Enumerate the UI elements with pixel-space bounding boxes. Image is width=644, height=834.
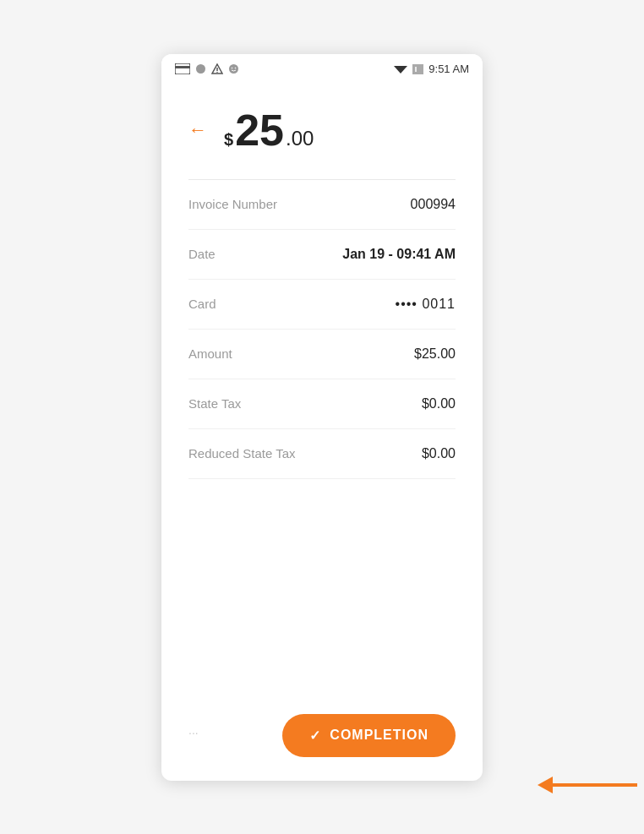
main-content: ← $ 25 .00 Invoice Number 000994 Date Ja… [161, 84, 483, 700]
svg-rect-1 [175, 66, 190, 68]
invoice-label: Invoice Number [188, 197, 277, 211]
warning-icon [211, 63, 223, 74]
arrow-line [553, 783, 637, 787]
truncated-label: ... [188, 723, 199, 737]
detail-row-amount: Amount $25.00 [188, 330, 456, 379]
date-label: Date [188, 247, 216, 261]
wifi-icon [394, 64, 407, 74]
status-bar: 9:51 AM [161, 54, 483, 84]
card-icon [175, 63, 190, 74]
status-icons-left [175, 63, 239, 74]
arrow-annotation [538, 777, 637, 793]
state-tax-label: State Tax [188, 396, 241, 411]
date-value: Jan 19 - 09:41 AM [342, 247, 456, 262]
svg-point-5 [216, 72, 217, 73]
svg-rect-10 [412, 64, 423, 74]
detail-row-invoice: Invoice Number 000994 [188, 180, 456, 230]
reduced-tax-label: Reduced State Tax [188, 446, 295, 461]
phone-screen: 9:51 AM ← $ 25 .00 Invoice Number 000994 [161, 54, 483, 781]
detail-row-date: Date Jan 19 - 09:41 AM [188, 230, 456, 280]
svg-point-6 [229, 64, 238, 74]
phone-frame: 9:51 AM ← $ 25 .00 Invoice Number 000994 [0, 0, 644, 834]
price-cents: .00 [286, 127, 314, 150]
svg-marker-9 [394, 66, 407, 74]
emoji-icon [228, 63, 239, 74]
checkmark-icon: ✓ [309, 728, 321, 744]
reduced-tax-value: $0.00 [422, 446, 456, 461]
completion-button[interactable]: ✓ COMPLETION [282, 714, 456, 757]
detail-row-reduced-tax: Reduced State Tax $0.00 [188, 429, 456, 479]
price-dollar: $ [224, 130, 233, 150]
status-time: 9:51 AM [428, 63, 469, 75]
amount-value: $25.00 [414, 346, 456, 362]
price-main: 25 [235, 108, 284, 152]
completion-label: COMPLETION [330, 728, 428, 743]
detail-row-card: Card •••• 0011 [188, 280, 456, 330]
svg-point-7 [232, 68, 233, 69]
circle-icon [195, 63, 206, 74]
signal-icon [412, 64, 423, 74]
svg-point-2 [196, 64, 205, 74]
price-display: $ 25 .00 [224, 108, 314, 152]
amount-label: Amount [188, 346, 232, 361]
status-icons-right: 9:51 AM [394, 63, 469, 75]
back-button[interactable]: ← [188, 121, 207, 139]
invoice-value: 000994 [411, 197, 456, 212]
svg-point-8 [235, 68, 237, 69]
bottom-area: ... ✓ COMPLETION [161, 700, 483, 781]
card-label: Card [188, 297, 216, 311]
header-row: ← $ 25 .00 [188, 101, 456, 152]
detail-row-state-tax: State Tax $0.00 [188, 379, 456, 429]
state-tax-value: $0.00 [422, 396, 456, 412]
svg-rect-0 [175, 63, 190, 74]
arrow-head [538, 777, 553, 793]
card-value: •••• 0011 [396, 297, 456, 312]
